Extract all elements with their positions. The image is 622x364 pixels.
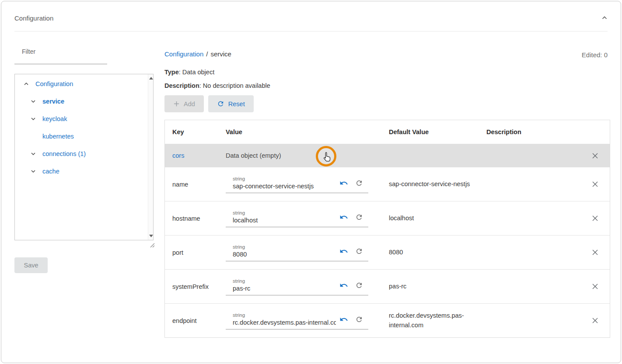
reset-button[interactable]: Reset — [208, 95, 254, 112]
refresh-icon — [355, 247, 363, 255]
remove-property-button[interactable] — [592, 153, 598, 159]
value-input[interactable] — [233, 318, 336, 326]
value-editor: string — [226, 175, 368, 193]
hand-pointer-icon — [322, 151, 332, 162]
value-editor: string — [226, 209, 368, 227]
type-value: : Data object — [179, 69, 214, 76]
add-button-label: Add — [184, 101, 195, 107]
value-input[interactable] — [233, 284, 336, 292]
value-type-label: string — [233, 312, 336, 318]
column-header-description: Description — [486, 128, 585, 135]
undo-button[interactable] — [339, 315, 348, 324]
undo-icon — [339, 179, 348, 187]
tree-scrollbar[interactable] — [148, 74, 153, 240]
undo-button[interactable] — [339, 213, 348, 222]
close-icon — [592, 283, 598, 290]
value-editor: string — [226, 277, 368, 295]
column-header-key: Key — [172, 128, 226, 135]
collapse-panel-button[interactable] — [600, 13, 609, 23]
chevron-up-icon — [601, 14, 608, 22]
scroll-up-icon[interactable] — [149, 76, 153, 81]
tree-item-configuration[interactable]: Configuration — [15, 75, 147, 93]
remove-property-button[interactable] — [592, 215, 598, 222]
chevron-down-icon[interactable] — [28, 115, 38, 122]
close-icon — [592, 153, 598, 159]
panel-title: Configuration — [14, 14, 53, 22]
tree-scroll-area: Configuration service keycloak kubernete… — [15, 75, 147, 240]
undo-button[interactable] — [339, 247, 348, 256]
default-value: sap-connector-service-nestjs — [389, 180, 486, 189]
value-type-label: string — [233, 176, 336, 181]
chevron-down-icon[interactable] — [28, 168, 38, 175]
tree-item-kubernetes[interactable]: kubernetes — [15, 128, 147, 145]
property-key: hostname — [172, 215, 226, 222]
table-row-endpoint: endpoint string rc.docker.devsystems.pas… — [165, 303, 610, 337]
table-row-name: name string sap-connector-service-nestjs — [165, 167, 610, 201]
remove-property-button[interactable] — [592, 249, 598, 256]
scroll-down-icon[interactable] — [149, 233, 153, 239]
undo-icon — [339, 213, 348, 222]
reset-value-button[interactable] — [355, 315, 363, 323]
column-header-value: Value — [226, 128, 389, 135]
undo-button[interactable] — [339, 179, 348, 187]
tree-item-label: Configuration — [35, 80, 73, 87]
tree-item-label: cache — [42, 168, 59, 175]
default-value: localhost — [389, 214, 486, 223]
value-input[interactable] — [233, 215, 336, 224]
value-type-label: string — [233, 244, 336, 250]
reset-value-button[interactable] — [355, 247, 363, 255]
value-input[interactable] — [233, 181, 336, 190]
tree-item-connections[interactable]: connections (1) — [15, 145, 147, 163]
resize-handle[interactable] — [148, 241, 155, 248]
reset-value-button[interactable] — [355, 179, 363, 187]
undo-icon — [339, 315, 348, 324]
add-button[interactable]: Add — [164, 95, 204, 112]
refresh-icon — [355, 315, 363, 323]
reset-value-button[interactable] — [355, 213, 363, 221]
chevron-down-icon[interactable] — [28, 150, 38, 157]
property-key: name — [172, 181, 226, 188]
property-key: port — [172, 249, 226, 256]
breadcrumb-separator: / — [206, 50, 208, 58]
table-row-systemPrefix: systemPrefix string pas-rc — [165, 269, 610, 303]
config-tree: Configuration service keycloak kubernete… — [14, 74, 154, 240]
reset-value-button[interactable] — [355, 281, 363, 289]
reset-button-label: Reset — [228, 101, 245, 107]
remove-property-button[interactable] — [592, 283, 598, 290]
save-button[interactable]: Save — [14, 257, 48, 273]
refresh-icon — [355, 213, 363, 221]
table-row-port: port string 8080 — [165, 235, 610, 269]
remove-property-button[interactable] — [592, 317, 598, 324]
table-row-cors[interactable]: cors Data object (empty) — [165, 144, 610, 167]
remove-property-button[interactable] — [592, 181, 598, 187]
default-value: 8080 — [389, 248, 486, 257]
value-type-label: string — [233, 210, 336, 215]
undo-button[interactable] — [339, 281, 348, 290]
tree-item-label: keycloak — [42, 115, 67, 122]
tree-item-service[interactable]: service — [15, 93, 147, 110]
description-line: Description: No description available — [164, 82, 270, 89]
tree-item-keycloak[interactable]: keycloak — [15, 110, 147, 128]
value-input[interactable] — [233, 250, 336, 258]
chevron-down-icon[interactable] — [28, 98, 38, 105]
type-line: Type: Data object — [164, 69, 214, 76]
property-key: systemPrefix — [172, 283, 226, 290]
description-value: : No description available — [199, 82, 270, 89]
refresh-icon — [355, 281, 363, 289]
tree-item-label: kubernetes — [42, 133, 74, 140]
description-label: Description — [164, 82, 199, 89]
configuration-panel: Configuration Filter Configuration servi… — [1, 1, 621, 363]
filter-input[interactable] — [14, 53, 107, 64]
undo-icon — [339, 247, 348, 256]
edited-count: Edited: 0 — [582, 51, 608, 59]
column-header-default-value: Default Value — [389, 128, 486, 135]
property-key: endpoint — [172, 317, 226, 324]
refresh-icon — [217, 100, 224, 107]
cors-link[interactable]: cors — [172, 152, 184, 159]
tree-item-cache[interactable]: cache — [15, 163, 147, 180]
breadcrumb-current: service — [210, 50, 231, 58]
value-editor: string — [226, 312, 368, 329]
chevron-up-icon[interactable] — [21, 80, 31, 87]
tree-item-label: service — [42, 98, 64, 105]
breadcrumb-configuration-link[interactable]: Configuration — [164, 50, 203, 58]
